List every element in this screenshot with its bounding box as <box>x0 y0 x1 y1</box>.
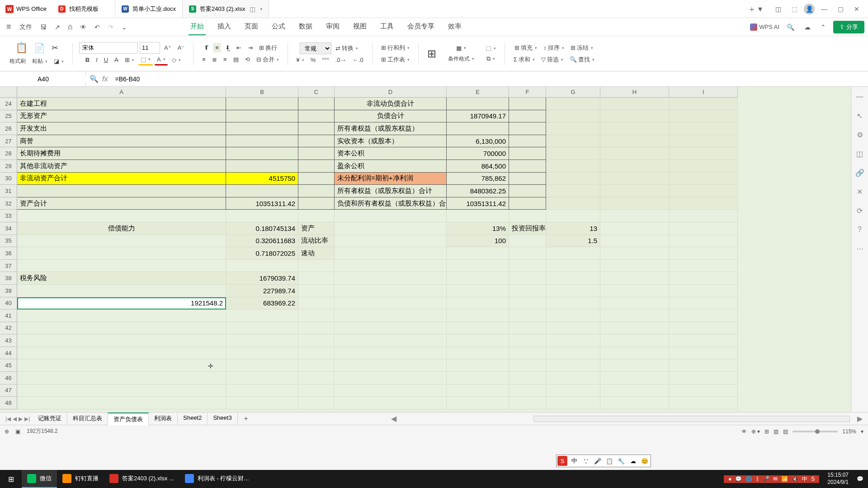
cell[interactable] <box>600 185 669 197</box>
cell[interactable] <box>17 235 226 248</box>
cell[interactable] <box>447 397 509 409</box>
cell[interactable] <box>509 322 546 335</box>
ribbon-tab[interactable]: 效率 <box>446 19 463 35</box>
align-center-icon[interactable]: ≣ <box>210 55 219 64</box>
cond-format-button[interactable]: 条件格式▾ <box>446 54 476 64</box>
cell[interactable]: 227989.74 <box>226 285 298 297</box>
cell[interactable] <box>298 185 335 197</box>
cell[interactable] <box>546 297 600 310</box>
cell[interactable] <box>447 98 509 110</box>
cell[interactable] <box>669 272 738 285</box>
cell[interactable]: 13% <box>447 222 509 235</box>
cell[interactable] <box>546 272 600 285</box>
cell[interactable] <box>600 297 669 310</box>
cell[interactable] <box>600 385 669 397</box>
wps-ai-button[interactable]: WPS AI <box>750 23 779 31</box>
justify-icon[interactable]: ▤ <box>231 55 241 64</box>
ribbon-tab[interactable]: 会员专享 <box>406 19 436 35</box>
cell[interactable]: 盈余公积 <box>335 160 447 173</box>
cell[interactable] <box>298 322 335 335</box>
cell[interactable] <box>546 173 600 185</box>
row-header[interactable]: 48 <box>0 397 17 409</box>
save-icon[interactable]: 🖫 <box>38 23 49 31</box>
cell[interactable] <box>17 397 226 409</box>
copy-icon[interactable]: 📄 <box>32 41 47 55</box>
cell[interactable]: 实收资本（或股本） <box>335 135 447 148</box>
bold-button[interactable]: B <box>83 55 92 65</box>
cell[interactable] <box>669 173 738 185</box>
row-header[interactable]: 37 <box>0 260 17 272</box>
cell[interactable] <box>509 173 546 185</box>
row-header[interactable]: 25 <box>0 110 17 123</box>
cell[interactable] <box>298 173 335 185</box>
align-left-icon[interactable]: ≡ <box>200 55 208 64</box>
cell[interactable]: 0.320611683 <box>226 235 298 248</box>
row-header[interactable]: 43 <box>0 334 17 347</box>
ime-toolbar[interactable]: S 中 ',' 🎤 📋 🔧 ☁ 😊 <box>556 455 651 467</box>
document-tab[interactable]: W简单小工业.docx <box>115 0 183 18</box>
cell[interactable] <box>226 334 298 347</box>
cell[interactable] <box>546 135 600 148</box>
cell[interactable] <box>335 297 447 310</box>
cell[interactable]: 长期待摊费用 <box>17 147 226 160</box>
cell[interactable] <box>546 359 600 372</box>
row-header[interactable]: 39 <box>0 285 17 297</box>
cell[interactable] <box>298 397 335 409</box>
cell[interactable] <box>298 385 335 397</box>
row-header[interactable]: 33 <box>0 210 17 222</box>
cell[interactable] <box>669 135 738 148</box>
cell[interactable] <box>447 310 509 322</box>
notification-icon[interactable]: 💬 <box>857 476 863 482</box>
cell[interactable] <box>447 347 509 360</box>
cell[interactable] <box>600 98 669 110</box>
cell[interactable] <box>335 322 447 335</box>
cell[interactable] <box>600 334 669 347</box>
cell[interactable]: 13 <box>546 222 600 235</box>
collapse-ribbon-icon[interactable]: ⌃ <box>818 23 829 31</box>
hscroll-left-icon[interactable]: ◀ <box>388 414 399 423</box>
ime-keyboard-icon[interactable]: 📋 <box>604 456 614 466</box>
cell[interactable] <box>600 285 669 297</box>
cell[interactable] <box>600 347 669 360</box>
ime-emoji-icon[interactable]: 😊 <box>640 456 650 466</box>
cell[interactable]: 4515750 <box>226 173 298 185</box>
status-mode-icon[interactable]: ▣ <box>15 428 20 435</box>
cell[interactable] <box>669 297 738 310</box>
cell[interactable] <box>226 135 298 148</box>
cell[interactable] <box>298 135 335 148</box>
cell[interactable] <box>600 359 669 372</box>
row-header[interactable]: 32 <box>0 197 17 210</box>
cell[interactable]: 1870949.17 <box>447 110 509 123</box>
row-header[interactable]: 35 <box>0 235 17 248</box>
taskbar-app[interactable]: 微信 <box>22 470 57 488</box>
font-color-button[interactable]: A▾ <box>155 55 168 66</box>
cell[interactable] <box>17 359 226 372</box>
filter-button[interactable]: ▽ 筛选▾ <box>539 54 566 65</box>
italic-button[interactable]: I <box>94 55 100 65</box>
cell[interactable]: 投资回报率 <box>509 222 546 235</box>
status-icon[interactable]: ⊕ <box>5 428 9 435</box>
cell[interactable] <box>226 122 298 135</box>
cell[interactable] <box>298 260 335 272</box>
paste-button[interactable]: 粘贴▾ <box>30 56 50 66</box>
cell[interactable] <box>447 372 509 385</box>
rowcol-button[interactable]: ⊞ 行和列▾ <box>379 42 412 53</box>
cell[interactable] <box>509 310 546 322</box>
cell[interactable] <box>17 310 226 322</box>
ime-tool-icon[interactable]: 🔧 <box>616 456 626 466</box>
merge-button[interactable]: ⊟ 合并▾ <box>254 54 281 65</box>
tray-mail-icon[interactable]: ✉ <box>773 476 778 482</box>
cell[interactable] <box>335 210 447 222</box>
cell[interactable] <box>600 260 669 272</box>
crop-icon[interactable]: ⧉▾ <box>484 54 497 64</box>
fx-icon[interactable]: fx <box>102 75 108 83</box>
ribbon-tab[interactable]: 开始 <box>189 19 206 35</box>
row-header[interactable]: 47 <box>0 385 17 397</box>
cell[interactable] <box>17 285 226 297</box>
document-tab[interactable]: S答案2403 (2).xlsx◫• <box>183 0 269 18</box>
ime-mic-icon[interactable]: 🎤 <box>593 456 603 466</box>
row-header[interactable]: 46 <box>0 372 17 385</box>
cell[interactable] <box>335 235 447 248</box>
cell[interactable] <box>669 247 738 260</box>
view-page-icon[interactable]: ▥ <box>774 428 778 435</box>
